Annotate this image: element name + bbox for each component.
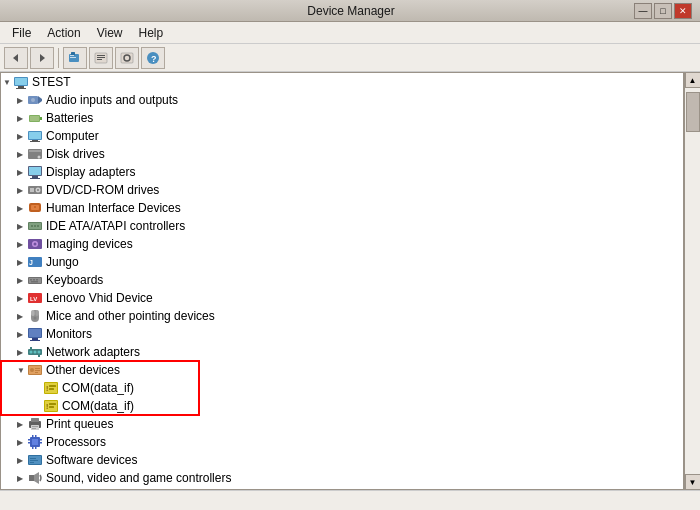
list-item[interactable]: ▶ DVD/CD-ROM drives bbox=[1, 181, 683, 199]
forward-button[interactable] bbox=[30, 47, 54, 69]
svg-rect-73 bbox=[30, 347, 32, 350]
svg-rect-44 bbox=[31, 225, 33, 227]
help-button[interactable]: ? bbox=[141, 47, 165, 69]
root-label: STEST bbox=[32, 75, 71, 89]
back-button[interactable] bbox=[4, 47, 28, 69]
maximize-button[interactable]: □ bbox=[654, 3, 672, 19]
audio-label: Audio inputs and outputs bbox=[46, 93, 178, 107]
batteries-label: Batteries bbox=[46, 111, 93, 125]
list-item[interactable]: ▶ Sound, video and game controllers bbox=[1, 469, 683, 487]
svg-rect-105 bbox=[35, 447, 37, 449]
com2-item[interactable]: ▶ ! COM(data_if) bbox=[1, 397, 683, 415]
list-item[interactable]: ▶ Storage controllers bbox=[1, 487, 683, 490]
svg-rect-32 bbox=[29, 167, 41, 175]
list-item[interactable]: ▶ Mice and other pointing devices bbox=[1, 307, 683, 325]
svg-point-77 bbox=[30, 368, 34, 372]
expand-icon: ▶ bbox=[17, 240, 27, 249]
com1-item[interactable]: ▶ ! COM(data_if) bbox=[1, 379, 683, 397]
toolbar: ? bbox=[0, 44, 700, 72]
svg-rect-7 bbox=[97, 55, 105, 56]
svg-rect-46 bbox=[37, 225, 39, 227]
jungo-label: Jungo bbox=[46, 255, 79, 269]
scan-button[interactable] bbox=[89, 47, 113, 69]
svg-marker-19 bbox=[38, 96, 42, 104]
svg-rect-33 bbox=[32, 176, 38, 178]
close-button[interactable]: ✕ bbox=[674, 3, 692, 19]
scrollbar-thumb[interactable] bbox=[686, 92, 700, 132]
svg-marker-112 bbox=[34, 472, 39, 484]
expand-icon: ▶ bbox=[17, 438, 27, 447]
list-item[interactable]: ▶ Audio inputs and outputs bbox=[1, 91, 683, 109]
svg-rect-95 bbox=[32, 428, 36, 429]
update-button[interactable] bbox=[115, 47, 139, 69]
scrollbar-down-arrow[interactable]: ▼ bbox=[685, 474, 701, 490]
display-label: Display adapters bbox=[46, 165, 135, 179]
svg-rect-15 bbox=[18, 86, 24, 88]
expand-icon: ▶ bbox=[17, 204, 27, 213]
list-item[interactable]: ▶ Keyboards bbox=[1, 271, 683, 289]
other-devices-icon bbox=[27, 362, 43, 378]
list-item[interactable]: ▶ Imaging devices bbox=[1, 235, 683, 253]
expand-icon: ▶ bbox=[17, 276, 27, 285]
status-bar bbox=[0, 490, 700, 510]
list-item[interactable]: ▶ LV Lenovo Vhid Device bbox=[1, 289, 683, 307]
svg-rect-78 bbox=[35, 368, 40, 369]
list-item[interactable]: ▶ Processors bbox=[1, 433, 683, 451]
ide-label: IDE ATA/ATAPI controllers bbox=[46, 219, 185, 233]
list-item[interactable]: ▶ Computer bbox=[1, 127, 683, 145]
svg-point-41 bbox=[34, 206, 36, 208]
menu-file[interactable]: File bbox=[4, 24, 39, 42]
expand-icon: ▶ bbox=[17, 420, 27, 429]
list-item[interactable]: ▶ Software devices bbox=[1, 451, 683, 469]
svg-rect-93 bbox=[31, 425, 39, 430]
list-item[interactable]: ▶ Disk drives bbox=[1, 145, 683, 163]
svg-rect-108 bbox=[30, 458, 36, 459]
scrollbar-up-arrow[interactable]: ▲ bbox=[685, 72, 701, 88]
expand-icon: ▶ bbox=[17, 150, 27, 159]
com2-label: COM(data_if) bbox=[62, 399, 134, 413]
monitors-icon bbox=[27, 326, 43, 342]
list-item[interactable]: ▶ Network adapters bbox=[1, 343, 683, 361]
other-devices-item[interactable]: ▼ Other devices bbox=[1, 361, 683, 379]
svg-rect-104 bbox=[32, 447, 34, 449]
menu-action[interactable]: Action bbox=[39, 24, 88, 42]
svg-rect-111 bbox=[29, 475, 34, 481]
svg-rect-110 bbox=[30, 462, 34, 463]
list-item[interactable]: ▶ Print queues bbox=[1, 415, 683, 433]
expand-icon: ▶ bbox=[17, 186, 27, 195]
disk-label: Disk drives bbox=[46, 147, 105, 161]
tree-view[interactable]: ▼ STEST ▶ Audio inputs and outputs bbox=[0, 72, 684, 490]
list-item[interactable]: ▶ IDE ATA/ATAPI controllers bbox=[1, 217, 683, 235]
svg-point-72 bbox=[38, 351, 41, 354]
com1-icon: ! bbox=[43, 380, 59, 396]
svg-rect-101 bbox=[40, 442, 42, 444]
computer-item-icon bbox=[27, 128, 43, 144]
svg-rect-99 bbox=[28, 442, 30, 444]
svg-point-49 bbox=[34, 243, 37, 246]
list-item[interactable]: ▶ Batteries bbox=[1, 109, 683, 127]
expand-icon: ▶ bbox=[17, 312, 27, 321]
menu-view[interactable]: View bbox=[89, 24, 131, 42]
svg-rect-29 bbox=[29, 150, 41, 152]
list-item[interactable]: ▶ J Jungo bbox=[1, 253, 683, 271]
main-area: ▼ STEST ▶ Audio inputs and outputs bbox=[0, 72, 700, 490]
list-item[interactable]: ▶ Monitors bbox=[1, 325, 683, 343]
title-bar: Device Manager — □ ✕ bbox=[0, 0, 700, 22]
minimize-button[interactable]: — bbox=[634, 3, 652, 19]
list-item[interactable]: ▶ Human Interface Devices bbox=[1, 199, 683, 217]
dvd-icon bbox=[27, 182, 43, 198]
menu-help[interactable]: Help bbox=[131, 24, 172, 42]
svg-rect-79 bbox=[35, 370, 40, 371]
svg-text:!: ! bbox=[46, 385, 48, 392]
scrollbar[interactable]: ▲ ▼ bbox=[684, 72, 700, 490]
properties-button[interactable] bbox=[63, 47, 87, 69]
list-item[interactable]: ▶ Display adapters bbox=[1, 163, 683, 181]
svg-rect-34 bbox=[30, 178, 40, 179]
computer-icon bbox=[13, 74, 29, 90]
svg-text:LV: LV bbox=[30, 296, 37, 302]
tree-root[interactable]: ▼ STEST bbox=[1, 73, 683, 91]
keyboards-label: Keyboards bbox=[46, 273, 103, 287]
computer-label: Computer bbox=[46, 129, 99, 143]
svg-rect-62 bbox=[35, 310, 39, 316]
menu-bar: File Action View Help bbox=[0, 22, 700, 44]
